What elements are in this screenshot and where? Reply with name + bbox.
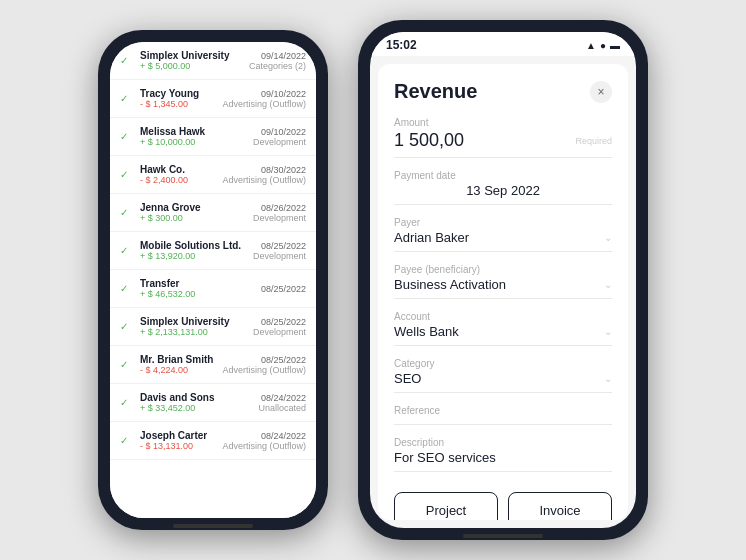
tx-amount: - $ 2,400.00 bbox=[140, 175, 216, 185]
left-phone: ✓Simplex University+ $ 5,000.0009/14/202… bbox=[98, 30, 328, 530]
transaction-item[interactable]: ✓Tracy Young- $ 1,345.0009/10/2022Advert… bbox=[110, 80, 316, 118]
tx-right: 08/24/2022Unallocated bbox=[258, 393, 306, 413]
transaction-item[interactable]: ✓Hawk Co.- $ 2,400.0008/30/2022Advertisi… bbox=[110, 156, 316, 194]
tx-category: Development bbox=[253, 213, 306, 223]
required-label: Required bbox=[575, 136, 612, 146]
tx-category: Development bbox=[253, 137, 306, 147]
tx-amount: + $ 10,000.00 bbox=[140, 137, 247, 147]
tx-name: Tracy Young bbox=[140, 88, 216, 99]
tx-info: Simplex University+ $ 5,000.00 bbox=[140, 50, 243, 71]
tx-right: 09/10/2022Advertising (Outflow) bbox=[222, 89, 306, 109]
wifi-icon: ▲ bbox=[586, 40, 596, 51]
reference-field[interactable]: Reference bbox=[394, 405, 612, 425]
tx-name: Jenna Grove bbox=[140, 202, 247, 213]
tx-right: 08/25/2022 bbox=[261, 284, 306, 294]
description-value: For SEO services bbox=[394, 450, 612, 465]
tx-info: Jenna Grove+ $ 300.00 bbox=[140, 202, 247, 223]
transaction-item[interactable]: ✓Transfer+ $ 46,532.0008/25/2022 bbox=[110, 270, 316, 308]
tx-category: Advertising (Outflow) bbox=[222, 175, 306, 185]
check-icon: ✓ bbox=[120, 131, 134, 142]
modal-title: Revenue bbox=[394, 80, 477, 103]
tx-name: Simplex University bbox=[140, 50, 243, 61]
tx-right: 09/10/2022Development bbox=[253, 127, 306, 147]
tx-name: Mobile Solutions Ltd. bbox=[140, 240, 247, 251]
description-field[interactable]: Description For SEO services bbox=[394, 437, 612, 472]
tx-amount: + $ 33,452.00 bbox=[140, 403, 252, 413]
description-label: Description bbox=[394, 437, 612, 448]
tx-info: Joseph Carter- $ 13,131.00 bbox=[140, 430, 216, 451]
payer-chevron-icon: ⌄ bbox=[604, 232, 612, 243]
status-bar: 15:02 ▲ ● ▬ bbox=[370, 32, 636, 56]
tx-info: Davis and Sons+ $ 33,452.00 bbox=[140, 392, 252, 413]
transaction-list[interactable]: ✓Simplex University+ $ 5,000.0009/14/202… bbox=[110, 42, 316, 518]
tx-date: 08/25/2022 bbox=[253, 241, 306, 251]
account-field[interactable]: Account Wells Bank ⌄ bbox=[394, 311, 612, 346]
tx-amount: - $ 4,224.00 bbox=[140, 365, 216, 375]
tx-info: Mobile Solutions Ltd.+ $ 13,920.00 bbox=[140, 240, 247, 261]
modal-header: Revenue × bbox=[394, 80, 612, 103]
project-button[interactable]: Project bbox=[394, 492, 498, 520]
payment-date-value: 13 Sep 2022 bbox=[394, 183, 612, 198]
category-value: SEO ⌄ bbox=[394, 371, 612, 386]
tx-category: Development bbox=[253, 327, 306, 337]
status-time: 15:02 bbox=[386, 38, 417, 52]
check-icon: ✓ bbox=[120, 359, 134, 370]
check-icon: ✓ bbox=[120, 169, 134, 180]
payer-field[interactable]: Payer Adrian Baker ⌄ bbox=[394, 217, 612, 252]
category-chevron-icon: ⌄ bbox=[604, 373, 612, 384]
category-field[interactable]: Category SEO ⌄ bbox=[394, 358, 612, 393]
tx-category: Advertising (Outflow) bbox=[222, 99, 306, 109]
modal-footer: Project Invoice bbox=[394, 484, 612, 520]
tx-info: Tracy Young- $ 1,345.00 bbox=[140, 88, 216, 109]
tx-date: 08/30/2022 bbox=[222, 165, 306, 175]
transaction-item[interactable]: ✓Jenna Grove+ $ 300.0008/26/2022Developm… bbox=[110, 194, 316, 232]
close-button[interactable]: × bbox=[590, 81, 612, 103]
check-icon: ✓ bbox=[120, 321, 134, 332]
tx-date: 09/10/2022 bbox=[253, 127, 306, 137]
tx-right: 08/25/2022Advertising (Outflow) bbox=[222, 355, 306, 375]
tx-amount: + $ 300.00 bbox=[140, 213, 247, 223]
transaction-item[interactable]: ✓Simplex University+ $ 2,133,131.0008/25… bbox=[110, 308, 316, 346]
tx-category: Categories (2) bbox=[249, 61, 306, 71]
tx-name: Joseph Carter bbox=[140, 430, 216, 441]
transaction-item[interactable]: ✓Davis and Sons+ $ 33,452.0008/24/2022Un… bbox=[110, 384, 316, 422]
account-label: Account bbox=[394, 311, 612, 322]
tx-amount: + $ 46,532.00 bbox=[140, 289, 255, 299]
right-phone: 15:02 ▲ ● ▬ Revenue × Amount 1 500,00 Re… bbox=[358, 20, 648, 540]
battery-icon: ▬ bbox=[610, 40, 620, 51]
tx-info: Simplex University+ $ 2,133,131.00 bbox=[140, 316, 247, 337]
check-icon: ✓ bbox=[120, 283, 134, 294]
payment-date-field[interactable]: Payment date 13 Sep 2022 bbox=[394, 170, 612, 205]
account-value: Wells Bank ⌄ bbox=[394, 324, 612, 339]
invoice-button[interactable]: Invoice bbox=[508, 492, 612, 520]
tx-date: 09/10/2022 bbox=[222, 89, 306, 99]
check-icon: ✓ bbox=[120, 55, 134, 66]
transaction-item[interactable]: ✓Joseph Carter- $ 13,131.0008/24/2022Adv… bbox=[110, 422, 316, 460]
check-icon: ✓ bbox=[120, 207, 134, 218]
payee-field[interactable]: Payee (beneficiary) Business Activation … bbox=[394, 264, 612, 299]
category-label: Category bbox=[394, 358, 612, 369]
tx-right: 08/25/2022Development bbox=[253, 317, 306, 337]
tx-right: 08/25/2022Development bbox=[253, 241, 306, 261]
transaction-item[interactable]: ✓Mr. Brian Smith- $ 4,224.0008/25/2022Ad… bbox=[110, 346, 316, 384]
payee-chevron-icon: ⌄ bbox=[604, 279, 612, 290]
payer-value: Adrian Baker ⌄ bbox=[394, 230, 612, 245]
tx-right: 08/24/2022Advertising (Outflow) bbox=[222, 431, 306, 451]
tx-name: Melissa Hawk bbox=[140, 126, 247, 137]
tx-category: Advertising (Outflow) bbox=[222, 365, 306, 375]
check-icon: ✓ bbox=[120, 93, 134, 104]
tx-info: Hawk Co.- $ 2,400.00 bbox=[140, 164, 216, 185]
tx-right: 08/30/2022Advertising (Outflow) bbox=[222, 165, 306, 185]
tx-amount: - $ 13,131.00 bbox=[140, 441, 216, 451]
account-chevron-icon: ⌄ bbox=[604, 326, 612, 337]
transaction-item[interactable]: ✓Simplex University+ $ 5,000.0009/14/202… bbox=[110, 42, 316, 80]
tx-date: 09/14/2022 bbox=[249, 51, 306, 61]
tx-date: 08/25/2022 bbox=[261, 284, 306, 294]
home-bar-right bbox=[463, 534, 543, 538]
amount-field[interactable]: Amount 1 500,00 Required bbox=[394, 117, 612, 158]
tx-amount: + $ 2,133,131.00 bbox=[140, 327, 247, 337]
amount-value: 1 500,00 Required bbox=[394, 130, 612, 151]
transaction-item[interactable]: ✓Melissa Hawk+ $ 10,000.0009/10/2022Deve… bbox=[110, 118, 316, 156]
transaction-item[interactable]: ✓Mobile Solutions Ltd.+ $ 13,920.0008/25… bbox=[110, 232, 316, 270]
tx-name: Davis and Sons bbox=[140, 392, 252, 403]
